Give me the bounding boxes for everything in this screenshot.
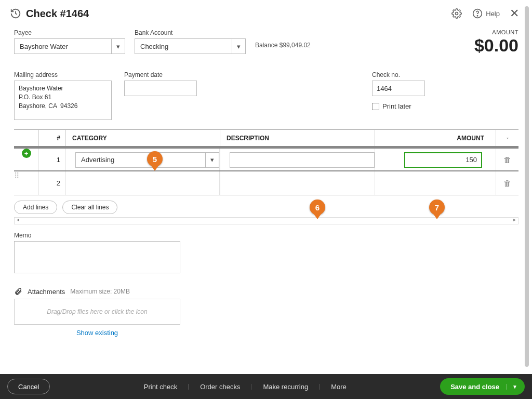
bank-account-select[interactable]: Checking ▾	[135, 38, 246, 54]
page-title: Check #1464	[26, 8, 442, 20]
chevron-down-icon[interactable]: ▼	[507, 384, 517, 390]
close-icon[interactable]: ✕	[508, 7, 521, 20]
show-existing-link[interactable]: Show existing	[76, 329, 118, 337]
scrollbar-vertical[interactable]	[525, 6, 529, 367]
order-checks-link[interactable]: Order checks	[189, 383, 251, 391]
table-row[interactable]: ⠿ 2 🗑	[14, 171, 518, 195]
balance-value: $99,049.02	[280, 42, 311, 49]
trash-icon[interactable]: 🗑	[503, 155, 511, 164]
balance-text: Balance $99,049.02	[255, 42, 311, 49]
paperclip-icon[interactable]	[14, 287, 22, 296]
payee-label: Payee	[14, 29, 125, 36]
table-row[interactable]: + 1 Advertising ▾ 🗑	[14, 148, 518, 171]
grid-header: # CATEGORY DESCRIPTION AMOUNT	[14, 130, 518, 148]
print-later-checkbox[interactable]: Print later	[372, 102, 425, 110]
print-later-label: Print later	[382, 102, 411, 110]
bank-account-value: Checking	[135, 43, 232, 50]
chevron-down-icon: ▾	[232, 39, 245, 54]
description-input[interactable]	[230, 152, 375, 168]
attachments-max: Maximum size: 20MB	[70, 288, 130, 295]
drag-handle-icon[interactable]: ⠿	[14, 171, 20, 180]
col-header-category: CATEGORY	[66, 130, 220, 146]
row-number: 2	[39, 171, 66, 195]
col-header-num: #	[39, 130, 66, 146]
check-no-input[interactable]	[372, 81, 425, 96]
memo-label: Memo	[14, 232, 532, 239]
category-value: Advertising	[76, 156, 205, 164]
more-link[interactable]: More	[320, 383, 358, 391]
save-label: Save and close	[450, 383, 499, 391]
payee-value: Bayshore Water	[15, 43, 111, 50]
payment-date-label: Payment date	[124, 71, 197, 78]
bank-account-label: Bank Account	[135, 29, 246, 36]
add-row-icon[interactable]: +	[22, 149, 31, 158]
svg-point-2	[477, 16, 478, 16]
memo-input[interactable]	[14, 241, 180, 273]
attachments-dropzone[interactable]: Drag/Drop files here or click the icon	[14, 299, 180, 325]
svg-point-0	[456, 12, 458, 15]
checkbox-icon	[372, 103, 379, 110]
scrollbar-horizontal[interactable]	[14, 217, 518, 224]
mailing-label: Mailing address	[14, 71, 112, 78]
chevron-down-icon: ▾	[205, 153, 219, 167]
balance-label: Balance	[255, 42, 277, 49]
check-no-label: Check no.	[372, 71, 425, 78]
gear-icon[interactable]	[450, 7, 463, 20]
row-number: 1	[39, 149, 66, 171]
help-icon[interactable]	[471, 7, 484, 20]
trash-icon[interactable]: 🗑	[503, 179, 511, 188]
col-header-amount: AMOUNT	[375, 130, 496, 146]
print-check-link[interactable]: Print check	[132, 383, 189, 391]
history-icon[interactable]	[9, 7, 22, 20]
make-recurring-link[interactable]: Make recurring	[251, 383, 320, 391]
cancel-button[interactable]: Cancel	[7, 379, 50, 394]
amount-input[interactable]	[404, 152, 482, 168]
payee-select[interactable]: Bayshore Water ▾	[14, 38, 125, 54]
payment-date-input[interactable]	[124, 81, 197, 96]
col-header-description: DESCRIPTION	[220, 130, 375, 146]
amount-label: AMOUNT	[474, 29, 518, 35]
chevron-down-icon: ▾	[111, 39, 125, 54]
col-header-delete	[496, 130, 518, 146]
footer-bar: Cancel Print check Order checks Make rec…	[0, 374, 532, 399]
help-label[interactable]: Help	[486, 10, 500, 18]
save-and-close-button[interactable]: Save and close ▼	[440, 378, 525, 395]
clear-all-lines-button[interactable]: Clear all lines	[62, 201, 117, 214]
amount-value: $0.00	[474, 35, 518, 56]
add-lines-button[interactable]: Add lines	[14, 201, 57, 214]
dropzone-hint: Drag/Drop files here or click the icon	[47, 308, 147, 315]
attachments-label: Attachments	[28, 288, 65, 296]
category-select[interactable]: Advertising ▾	[75, 152, 219, 168]
mailing-address-input[interactable]	[14, 81, 112, 120]
